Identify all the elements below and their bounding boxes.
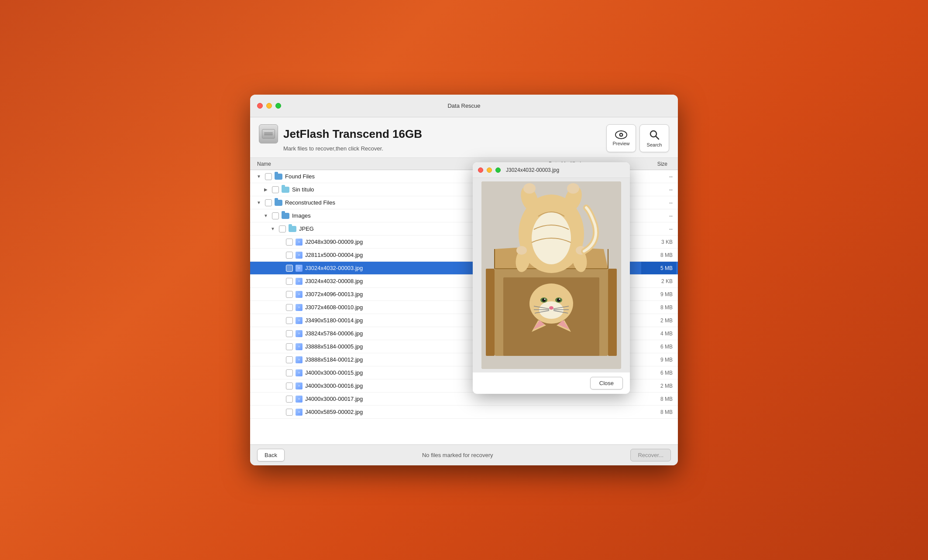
row-checkbox[interactable]	[286, 369, 293, 376]
row-indent: ▶ =	[252, 278, 305, 285]
row-checkbox[interactable]	[286, 343, 293, 350]
expand-arrow: ▶	[262, 186, 269, 193]
file-size: 8 MB	[641, 304, 676, 311]
file-size: --	[641, 187, 676, 193]
file-img-icon: =	[296, 356, 302, 363]
file-img-icon: =	[296, 304, 302, 311]
svg-point-23	[516, 246, 527, 255]
row-checkbox[interactable]	[265, 173, 272, 180]
row-indent: ▶ =	[252, 382, 305, 389]
preview-label: Preview	[612, 141, 629, 146]
popup-minimize-button[interactable]	[487, 167, 492, 173]
search-icon	[649, 129, 660, 140]
file-size: 4 MB	[641, 331, 676, 337]
titlebar: Data Rescue	[250, 95, 678, 117]
back-button[interactable]: Back	[257, 449, 285, 461]
row-checkbox[interactable]	[286, 330, 293, 337]
popup-close-button[interactable]	[478, 167, 483, 173]
row-indent: ▼	[252, 212, 292, 219]
svg-point-32	[559, 299, 560, 300]
row-checkbox[interactable]	[286, 278, 293, 285]
file-img-icon: =	[296, 382, 302, 389]
drive-line-2	[264, 134, 273, 135]
row-checkbox[interactable]	[286, 396, 293, 403]
drive-icon	[259, 124, 278, 143]
file-img-icon: =	[296, 291, 302, 298]
col-size-header: Size	[636, 161, 671, 167]
svg-point-2	[620, 134, 622, 136]
file-name: J4000x5859-00002.jpg	[305, 409, 554, 415]
drive-info: JetFlash Transcend 16GB	[259, 124, 422, 143]
expand-arrow: ▼	[269, 225, 276, 232]
file-img-icon: =	[296, 330, 302, 337]
folder-icon	[282, 213, 289, 219]
header-left: JetFlash Transcend 16GB Mark files to re…	[259, 124, 422, 152]
svg-point-26	[539, 301, 564, 319]
row-checkbox[interactable]	[286, 265, 293, 272]
row-checkbox[interactable]	[286, 291, 293, 298]
table-row[interactable]: ▶ = J4000x3000-00017.jpg 8 MB	[250, 393, 678, 406]
file-size: --	[641, 213, 676, 219]
svg-rect-11	[608, 269, 617, 356]
row-checkbox[interactable]	[286, 356, 293, 363]
svg-point-21	[523, 183, 536, 194]
drive-icon-inner	[262, 129, 275, 139]
folder-icon	[282, 187, 289, 193]
row-checkbox[interactable]	[279, 225, 286, 232]
maximize-window-button[interactable]	[275, 103, 281, 109]
row-checkbox[interactable]	[286, 304, 293, 311]
popup-titlebar: J3024x4032-00003.jpg	[473, 162, 630, 178]
row-checkbox[interactable]	[272, 186, 279, 193]
file-size: 6 MB	[641, 344, 676, 350]
file-size: --	[641, 200, 676, 206]
preview-button[interactable]: Preview	[606, 124, 636, 152]
file-size: 9 MB	[641, 357, 676, 363]
svg-rect-10	[486, 269, 495, 356]
file-img-icon: =	[296, 239, 302, 246]
preview-icon	[615, 130, 627, 139]
row-checkbox[interactable]	[272, 212, 279, 219]
row-checkbox[interactable]	[286, 317, 293, 324]
row-checkbox[interactable]	[286, 382, 293, 389]
row-indent: ▶ =	[252, 330, 305, 337]
svg-point-31	[544, 299, 546, 300]
file-img-icon: =	[296, 396, 302, 403]
popup-image-area	[473, 178, 630, 372]
expand-arrow: ▼	[262, 212, 269, 219]
expand-arrow: ▼	[255, 173, 262, 180]
file-size: 8 MB	[641, 409, 676, 415]
row-indent: ▶ =	[252, 396, 305, 403]
file-img-icon: =	[296, 409, 302, 416]
traffic-lights	[257, 103, 281, 109]
search-label: Search	[647, 142, 662, 147]
row-indent: ▼	[252, 225, 299, 232]
file-size: 2 MB	[641, 318, 676, 324]
footer-status: No files marked for recovery	[422, 452, 493, 458]
file-img-icon: =	[296, 252, 302, 259]
file-size: 2 MB	[641, 383, 676, 389]
row-indent: ▶ =	[252, 409, 305, 416]
footer: Back No files marked for recovery Recove…	[250, 444, 678, 465]
header-subtitle: Mark files to recover,then click Recover…	[283, 145, 422, 152]
row-checkbox[interactable]	[286, 239, 293, 246]
recover-button[interactable]: Recover...	[630, 449, 671, 461]
row-checkbox[interactable]	[286, 252, 293, 259]
file-img-icon: =	[296, 265, 302, 272]
row-indent: ▶ =	[252, 239, 305, 246]
close-window-button[interactable]	[257, 103, 263, 109]
file-size: 3 KB	[641, 239, 676, 245]
file-size: 2 KB	[641, 278, 676, 284]
close-preview-button[interactable]: Close	[590, 377, 623, 389]
popup-maximize-button[interactable]	[495, 167, 501, 173]
file-size: 8 MB	[641, 396, 676, 402]
row-indent: ▼	[252, 199, 285, 206]
file-img-icon: =	[296, 278, 302, 285]
row-checkbox[interactable]	[286, 409, 293, 416]
row-indent: ▶ =	[252, 317, 305, 324]
file-img-icon: =	[296, 317, 302, 324]
row-checkbox[interactable]	[265, 199, 272, 206]
minimize-window-button[interactable]	[266, 103, 272, 109]
table-row[interactable]: ▶ = J4000x5859-00002.jpg 8 MB	[250, 406, 678, 419]
search-button[interactable]: Search	[639, 124, 669, 152]
file-size: 5 MB	[641, 262, 676, 274]
